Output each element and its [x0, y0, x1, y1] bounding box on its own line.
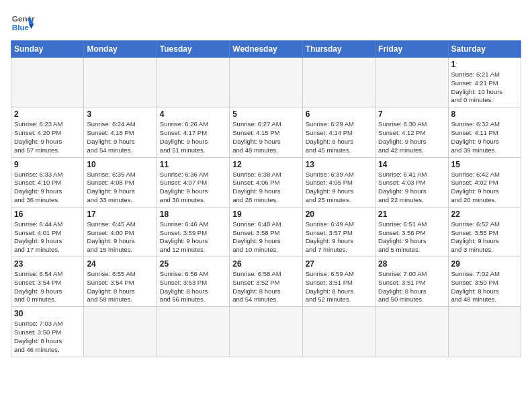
day-number: 24 [87, 259, 153, 269]
day-info: Sunrise: 6:56 AM Sunset: 3:53 PM Dayligh… [160, 270, 226, 304]
weekday-thursday: Thursday [302, 41, 375, 58]
day-info: Sunrise: 6:24 AM Sunset: 4:18 PM Dayligh… [87, 120, 153, 154]
weekday-wednesday: Wednesday [230, 41, 302, 58]
calendar-cell [230, 307, 302, 357]
day-info: Sunrise: 6:55 AM Sunset: 3:54 PM Dayligh… [87, 270, 153, 304]
day-info: Sunrise: 6:32 AM Sunset: 4:11 PM Dayligh… [451, 120, 518, 154]
day-number: 4 [160, 109, 226, 119]
weekday-sunday: Sunday [11, 41, 84, 58]
calendar-cell: 11Sunrise: 6:36 AM Sunset: 4:07 PM Dayli… [157, 157, 229, 207]
day-number: 3 [87, 109, 153, 119]
day-info: Sunrise: 6:48 AM Sunset: 3:58 PM Dayligh… [232, 220, 299, 255]
day-number: 18 [160, 210, 226, 219]
day-number: 5 [232, 109, 299, 119]
calendar-cell: 15Sunrise: 6:42 AM Sunset: 4:02 PM Dayli… [448, 157, 521, 207]
calendar-cell [84, 58, 157, 107]
calendar-cell: 9Sunrise: 6:33 AM Sunset: 4:10 PM Daylig… [11, 157, 84, 207]
day-number: 8 [451, 109, 518, 119]
day-info: Sunrise: 6:23 AM Sunset: 4:20 PM Dayligh… [14, 120, 81, 154]
day-number: 30 [14, 309, 81, 318]
day-number: 19 [232, 210, 299, 219]
calendar-cell: 3Sunrise: 6:24 AM Sunset: 4:18 PM Daylig… [84, 107, 157, 157]
calendar-cell [302, 307, 375, 357]
day-info: Sunrise: 6:21 AM Sunset: 4:21 PM Dayligh… [451, 71, 518, 105]
day-number: 26 [232, 259, 299, 269]
calendar-table: SundayMondayTuesdayWednesdayThursdayFrid… [11, 40, 521, 357]
day-number: 23 [14, 259, 81, 269]
calendar-cell: 5Sunrise: 6:27 AM Sunset: 4:15 PM Daylig… [230, 107, 302, 157]
weekday-friday: Friday [375, 41, 448, 58]
calendar-cell [157, 307, 229, 357]
day-info: Sunrise: 6:27 AM Sunset: 4:15 PM Dayligh… [232, 120, 299, 154]
calendar-cell [11, 58, 84, 107]
day-number: 28 [378, 259, 445, 269]
calendar-cell: 27Sunrise: 6:59 AM Sunset: 3:51 PM Dayli… [302, 257, 375, 307]
day-number: 22 [451, 210, 518, 219]
calendar-cell: 2Sunrise: 6:23 AM Sunset: 4:20 PM Daylig… [11, 107, 84, 157]
calendar-cell [375, 307, 448, 357]
day-number: 6 [306, 109, 372, 119]
day-info: Sunrise: 6:44 AM Sunset: 4:01 PM Dayligh… [14, 220, 81, 255]
calendar-week-4: 16Sunrise: 6:44 AM Sunset: 4:01 PM Dayli… [11, 207, 521, 257]
day-number: 20 [306, 210, 372, 219]
day-info: Sunrise: 6:42 AM Sunset: 4:02 PM Dayligh… [451, 171, 518, 205]
day-info: Sunrise: 6:35 AM Sunset: 4:08 PM Dayligh… [87, 171, 153, 205]
day-number: 29 [451, 259, 518, 269]
day-info: Sunrise: 6:41 AM Sunset: 4:03 PM Dayligh… [378, 171, 445, 205]
calendar-cell [84, 307, 157, 357]
day-number: 27 [306, 259, 372, 269]
weekday-header-row: SundayMondayTuesdayWednesdayThursdayFrid… [11, 41, 521, 58]
svg-text:Blue: Blue [12, 23, 30, 32]
calendar-week-2: 2Sunrise: 6:23 AM Sunset: 4:20 PM Daylig… [11, 107, 521, 157]
day-number: 9 [14, 160, 81, 169]
day-number: 15 [451, 160, 518, 169]
calendar-cell: 22Sunrise: 6:52 AM Sunset: 3:55 PM Dayli… [448, 207, 521, 257]
calendar-cell: 20Sunrise: 6:49 AM Sunset: 3:57 PM Dayli… [302, 207, 375, 257]
calendar-cell: 19Sunrise: 6:48 AM Sunset: 3:58 PM Dayli… [230, 207, 302, 257]
calendar-cell: 6Sunrise: 6:29 AM Sunset: 4:14 PM Daylig… [302, 107, 375, 157]
day-info: Sunrise: 6:33 AM Sunset: 4:10 PM Dayligh… [14, 171, 81, 205]
calendar-week-3: 9Sunrise: 6:33 AM Sunset: 4:10 PM Daylig… [11, 157, 521, 207]
day-info: Sunrise: 6:30 AM Sunset: 4:12 PM Dayligh… [378, 120, 445, 154]
calendar-cell [157, 58, 229, 107]
day-info: Sunrise: 7:00 AM Sunset: 3:51 PM Dayligh… [378, 270, 445, 304]
day-number: 21 [378, 210, 445, 219]
day-info: Sunrise: 7:03 AM Sunset: 3:50 PM Dayligh… [14, 320, 81, 354]
day-info: Sunrise: 6:39 AM Sunset: 4:05 PM Dayligh… [306, 171, 372, 205]
day-info: Sunrise: 6:59 AM Sunset: 3:51 PM Dayligh… [306, 270, 372, 304]
calendar-cell: 25Sunrise: 6:56 AM Sunset: 3:53 PM Dayli… [157, 257, 229, 307]
day-number: 14 [378, 160, 445, 169]
day-info: Sunrise: 6:38 AM Sunset: 4:06 PM Dayligh… [232, 171, 299, 205]
day-number: 12 [232, 160, 299, 169]
calendar-cell [302, 58, 375, 107]
day-info: Sunrise: 6:52 AM Sunset: 3:55 PM Dayligh… [451, 220, 518, 255]
calendar-cell [448, 307, 521, 357]
calendar-cell: 18Sunrise: 6:46 AM Sunset: 3:59 PM Dayli… [157, 207, 229, 257]
calendar-cell: 10Sunrise: 6:35 AM Sunset: 4:08 PM Dayli… [84, 157, 157, 207]
day-info: Sunrise: 6:49 AM Sunset: 3:57 PM Dayligh… [306, 220, 372, 255]
calendar-cell: 28Sunrise: 7:00 AM Sunset: 3:51 PM Dayli… [375, 257, 448, 307]
calendar-cell: 24Sunrise: 6:55 AM Sunset: 3:54 PM Dayli… [84, 257, 157, 307]
calendar-week-6: 30Sunrise: 7:03 AM Sunset: 3:50 PM Dayli… [11, 307, 521, 357]
day-info: Sunrise: 6:26 AM Sunset: 4:17 PM Dayligh… [160, 120, 226, 154]
calendar-week-5: 23Sunrise: 6:54 AM Sunset: 3:54 PM Dayli… [11, 257, 521, 307]
logo-icon: General Blue [11, 11, 35, 35]
day-info: Sunrise: 6:46 AM Sunset: 3:59 PM Dayligh… [160, 220, 226, 255]
calendar-cell: 29Sunrise: 7:02 AM Sunset: 3:50 PM Dayli… [448, 257, 521, 307]
weekday-tuesday: Tuesday [157, 41, 229, 58]
calendar-cell [375, 58, 448, 107]
day-number: 11 [160, 160, 226, 169]
day-info: Sunrise: 6:45 AM Sunset: 4:00 PM Dayligh… [87, 220, 153, 255]
day-number: 2 [14, 109, 81, 119]
day-info: Sunrise: 7:02 AM Sunset: 3:50 PM Dayligh… [451, 270, 518, 304]
calendar-week-1: 1Sunrise: 6:21 AM Sunset: 4:21 PM Daylig… [11, 58, 521, 107]
day-info: Sunrise: 6:51 AM Sunset: 3:56 PM Dayligh… [378, 220, 445, 255]
weekday-saturday: Saturday [448, 41, 521, 58]
day-number: 10 [87, 160, 153, 169]
calendar-cell: 8Sunrise: 6:32 AM Sunset: 4:11 PM Daylig… [448, 107, 521, 157]
page: General Blue SundayMondayTuesdayWednesda… [0, 0, 532, 364]
calendar-cell: 1Sunrise: 6:21 AM Sunset: 4:21 PM Daylig… [448, 58, 521, 107]
day-number: 16 [14, 210, 81, 219]
calendar-cell: 7Sunrise: 6:30 AM Sunset: 4:12 PM Daylig… [375, 107, 448, 157]
day-number: 25 [160, 259, 226, 269]
